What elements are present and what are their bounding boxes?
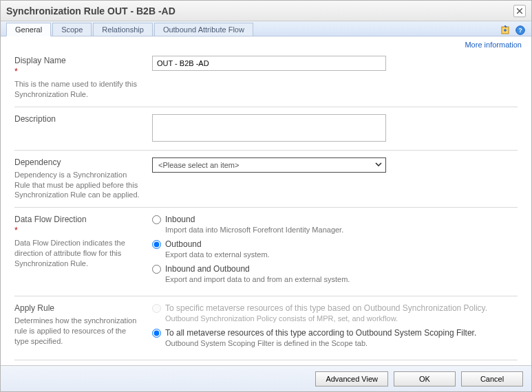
more-information-link[interactable]: More information bbox=[465, 41, 522, 49]
advanced-view-button[interactable]: Advanced View bbox=[315, 371, 388, 386]
apply-rule-radio-label-policy: To specific metaverse resources of this … bbox=[165, 303, 487, 313]
data-flow-radio-desc-both: Export and import data to and from an ex… bbox=[165, 275, 350, 283]
window-title: Synchronization Rule OUT - B2B -AD bbox=[6, 6, 513, 17]
close-icon bbox=[517, 8, 522, 14]
data-flow-radio-desc-inbound: Import data into Microsoft Forefront Ide… bbox=[165, 226, 343, 234]
tab-relationship[interactable]: Relationship bbox=[93, 23, 153, 36]
help-icon: ? bbox=[515, 25, 525, 35]
chevron-down-icon bbox=[374, 160, 383, 170]
svg-text:?: ? bbox=[518, 27, 522, 34]
data-flow-radio-outbound[interactable] bbox=[152, 240, 161, 249]
data-flow-radio-label-outbound: Outbound bbox=[165, 239, 270, 249]
display-name-input[interactable] bbox=[152, 56, 386, 71]
help-button[interactable]: ? bbox=[515, 25, 526, 36]
data-flow-desc: Data Flow Direction indicates the direct… bbox=[14, 238, 141, 269]
ok-button[interactable]: OK bbox=[394, 371, 456, 386]
data-flow-label: Data Flow Direction bbox=[14, 215, 141, 224]
description-textarea[interactable] bbox=[152, 114, 386, 142]
tab-outbound-attribute-flow[interactable]: Outbound Attribute Flow bbox=[154, 23, 253, 36]
display-name-label: Display Name bbox=[14, 56, 141, 65]
display-name-desc: This is the name used to identify this S… bbox=[14, 79, 141, 100]
dependency-label: Dependency bbox=[14, 157, 141, 167]
apply-rule-radio-desc-policy: Outbound Synchronization Policy consists… bbox=[165, 314, 487, 323]
plus-icon bbox=[500, 25, 510, 35]
apply-rule-radio-policy bbox=[152, 304, 161, 313]
close-button[interactable] bbox=[513, 5, 526, 17]
apply-rule-radio-scoping[interactable] bbox=[152, 329, 161, 338]
dependency-select[interactable]: <Please select an item> bbox=[152, 157, 386, 173]
tab-general[interactable]: General bbox=[6, 23, 51, 36]
data-flow-radio-inbound[interactable] bbox=[152, 215, 161, 224]
apply-rule-desc: Determines how the synchronization rule … bbox=[14, 316, 141, 347]
data-flow-radio-both[interactable] bbox=[152, 265, 161, 274]
data-flow-radio-label-both: Inbound and Outbound bbox=[165, 264, 350, 274]
apply-rule-radio-label-scoping: To all metaverse resources of this type … bbox=[165, 328, 476, 338]
required-star: * bbox=[14, 67, 141, 76]
dependency-desc: Dependency is a Synchronization Rule tha… bbox=[14, 170, 141, 201]
description-label: Description bbox=[14, 114, 141, 124]
add-button[interactable] bbox=[500, 25, 511, 36]
apply-rule-radio-desc-scoping: Outbound System Scoping Filter is define… bbox=[165, 339, 476, 347]
data-flow-radio-desc-outbound: Export data to external system. bbox=[165, 250, 270, 259]
tab-scope[interactable]: Scope bbox=[52, 23, 92, 36]
dependency-selected-text: <Please select an item> bbox=[158, 161, 239, 169]
required-star: * bbox=[14, 226, 141, 235]
apply-rule-label: Apply Rule bbox=[14, 303, 141, 313]
requires-input-note: * Requires input bbox=[14, 360, 518, 365]
data-flow-radio-label-inbound: Inbound bbox=[165, 215, 343, 224]
cancel-button[interactable]: Cancel bbox=[461, 371, 523, 386]
